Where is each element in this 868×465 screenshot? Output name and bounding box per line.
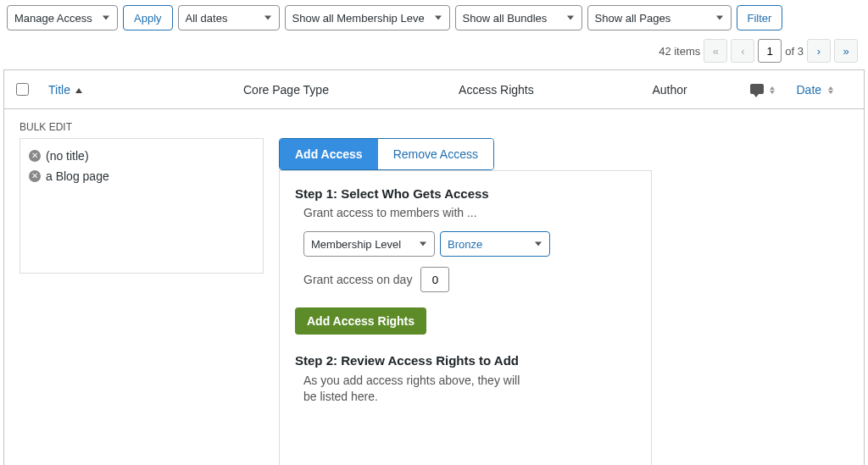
day-label: Grant access on day [303,273,412,286]
bulk-edit-heading: BULK EDIT [19,121,849,133]
page-next-button[interactable]: › [807,39,831,63]
selected-item-label: a Blog page [46,169,109,183]
selected-item[interactable]: ✕ (no title) [27,146,256,166]
pagination: 42 items « ‹ of 3 › » [3,36,865,69]
selected-item[interactable]: ✕ a Blog page [27,166,256,186]
col-author[interactable]: Author [653,83,687,97]
col-access-rights[interactable]: Access Rights [459,83,534,97]
filter-button[interactable]: Filter [737,5,783,30]
selected-item-label: (no title) [46,149,89,163]
access-tabs: Add Access Remove Access [279,138,494,170]
step2-heading: Step 2: Review Access Rights to Add [295,353,636,368]
bundle-filter-select[interactable]: Show all Bundles [455,5,582,30]
step1-sub: Grant access to members with ... [295,206,636,219]
page-prev-button[interactable]: ‹ [731,39,754,63]
sort-icon [828,86,833,94]
tab-add-access[interactable]: Add Access [280,139,378,169]
item-count: 42 items [659,45,700,58]
access-type-select[interactable]: Membership Level [303,231,435,257]
select-all-checkbox[interactable] [16,83,29,96]
remove-icon[interactable]: ✕ [29,150,41,162]
page-last-button[interactable]: » [834,39,858,63]
page-filter-select[interactable]: Show all Pages [587,5,732,30]
apply-button[interactable]: Apply [123,5,173,30]
selected-items-box: ✕ (no title) ✕ a Blog page [19,138,264,274]
page-of-label: of 3 [785,45,804,58]
page-first-button[interactable]: « [704,39,727,63]
access-steps-card: Step 1: Select Who Gets Access Grant acc… [279,170,652,465]
bulk-edit-left-col: ✕ (no title) ✕ a Blog page [19,138,264,274]
bulk-action-select[interactable]: Manage Access [7,5,118,30]
remove-icon[interactable]: ✕ [29,170,41,182]
tab-remove-access[interactable]: Remove Access [378,139,493,169]
col-core-page-type[interactable]: Core Page Type [243,83,329,97]
step1-heading: Step 1: Select Who Gets Access [295,186,636,201]
add-access-rights-button[interactable]: Add Access Rights [295,307,426,335]
col-title[interactable]: Title [48,83,70,97]
day-input[interactable] [420,267,449,292]
pages-table: Title Core Page Type Access Rights Autho… [3,69,865,465]
col-date[interactable]: Date [797,83,822,97]
membership-filter-select[interactable]: Show all Membership Leve [285,5,450,30]
step2-desc: As you add access rights above, they wil… [295,373,532,405]
access-level-select[interactable]: Bronze [440,231,550,257]
top-filter-bar: Manage Access Apply All dates Show all M… [3,0,865,36]
comments-icon[interactable] [750,84,764,94]
page-input[interactable] [758,39,782,63]
bulk-edit-right-col: Add Access Remove Access Step 1: Select … [279,138,652,465]
sort-asc-icon [75,88,82,93]
date-filter-select[interactable]: All dates [178,5,280,30]
sort-icon [770,86,775,94]
